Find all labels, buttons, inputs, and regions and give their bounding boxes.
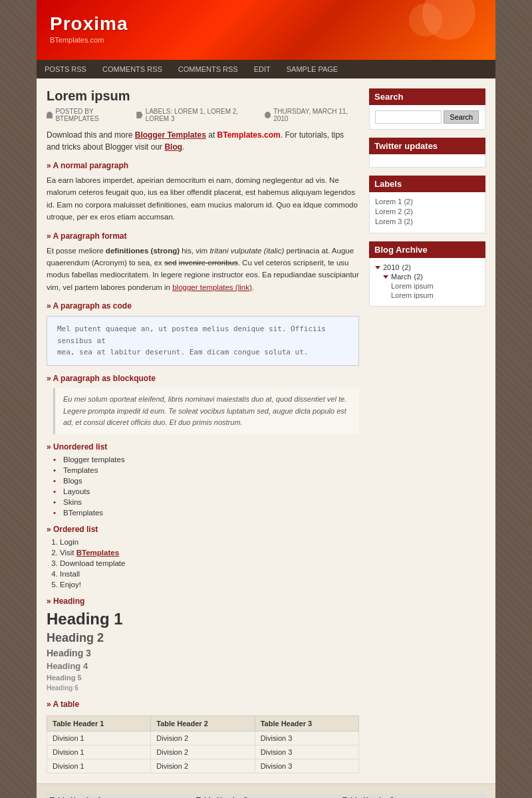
list-item: Enjoy!: [60, 581, 359, 589]
nav-comments-rss-1[interactable]: COMMENTS RSS: [94, 60, 170, 78]
nav-posts-rss[interactable]: POSTS RSS: [37, 60, 94, 78]
post-author: POSTED BY BTEMPLATES: [55, 108, 134, 122]
author-icon: [47, 112, 53, 118]
table-row: Division 1 Division 2 Division 3: [47, 731, 359, 745]
tag-icon: [136, 112, 142, 118]
blogger-templates-link[interactable]: Blogger Templates: [135, 130, 206, 140]
blog-link[interactable]: Blog: [164, 142, 182, 152]
section-paragraph-format-heading: » A paragraph format: [47, 231, 359, 241]
brand-name: BTemplates.com: [217, 130, 281, 140]
nav-sample-page[interactable]: SAMPLE PAGE: [279, 60, 346, 78]
heading-examples: Heading 1 Heading 2 Heading 3 Heading 4 …: [47, 610, 359, 692]
label-item: Lorem 1 (2): [375, 198, 479, 205]
site-subtitle: BTemplates.com: [50, 36, 482, 44]
labels-widget: Labels Lorem 1 (2) Lorem 2 (2) Lorem 3 (…: [369, 176, 485, 233]
btemplates-link[interactable]: BTemplates: [76, 549, 119, 557]
footer-table: Table Header 1 Table Header 2 Table Head…: [47, 794, 485, 798]
normal-paragraph-text: Ea earn labores imperdet, apeirian democ…: [47, 174, 359, 223]
example-h6: Heading 6: [47, 684, 359, 692]
section-ol-heading: » Ordered list: [47, 525, 359, 534]
unordered-list-section: Blogger templates Templates Blogs Layout…: [47, 456, 359, 517]
archive-post-link-2[interactable]: Lorem ipsum: [391, 291, 434, 299]
label-item: Lorem 3 (2): [375, 217, 479, 225]
ordered-list-section: Login Visit BTemplates Download template…: [47, 538, 359, 589]
section-heading-heading: » Heading: [47, 597, 359, 606]
archive-year-label: 2010: [383, 263, 399, 271]
archive-widget-body: 2010 (2) March (2) Lorem ipsum Lorem ips…: [369, 258, 485, 307]
table-cell: Division 3: [255, 745, 358, 759]
labels-widget-title: Labels: [369, 176, 485, 192]
table-header-3: Table Header 3: [255, 716, 358, 731]
archive-year-count: (2): [402, 263, 410, 271]
blockquote: Eu mei solum oporteat eleifend, libris n…: [53, 388, 359, 434]
data-table: Table Header 1 Table Header 2 Table Head…: [47, 716, 359, 773]
search-widget: Search Search: [369, 88, 485, 130]
paragraph-format-text: Et posse meliore definitiones (strong) h…: [47, 245, 359, 294]
nav-edit[interactable]: EDIT: [246, 60, 279, 78]
list-item: Download template: [60, 559, 359, 567]
table-cell: Division 2: [151, 759, 255, 773]
list-item: Visit BTemplates: [60, 549, 359, 557]
list-item: Install: [60, 570, 359, 578]
post-meta: POSTED BY BTEMPLATES LABELS: LOREM 1, LO…: [47, 108, 359, 122]
labels-widget-body: Lorem 1 (2) Lorem 2 (2) Lorem 3 (2): [369, 192, 485, 233]
table-cell: Division 3: [255, 731, 358, 745]
blogger-templates-link-2[interactable]: blogger templates (link): [172, 283, 252, 291]
search-widget-body: Search: [369, 105, 485, 130]
code-block: Mel putent quaeque an, ut postea melius …: [47, 316, 359, 366]
archive-year: 2010 (2): [375, 263, 479, 271]
section-normal-paragraph-heading: » A normal paragraph: [47, 161, 359, 170]
label-link-1[interactable]: Lorem 1 (2): [375, 198, 413, 205]
list-item: Layouts: [53, 487, 359, 495]
table-header-2: Table Header 2: [151, 716, 255, 731]
table-cell: Division 1: [47, 731, 151, 745]
table-cell: Division 1: [47, 745, 151, 759]
list-item: Blogs: [53, 477, 359, 485]
table-header-1: Table Header 1: [47, 716, 151, 731]
example-h4: Heading 4: [47, 661, 359, 671]
archive-month-label: March: [391, 273, 412, 281]
post-title: Lorem ipsum: [47, 88, 359, 104]
month-expand-icon: [383, 275, 388, 279]
site-header: Proxima BTemplates.com: [37, 0, 495, 60]
archive-widget: Blog Archive 2010 (2) March (2) Lorem ip…: [369, 241, 485, 307]
label-link-2[interactable]: Lorem 2 (2): [375, 207, 413, 215]
footer-header-3: Table Header 3: [339, 794, 485, 798]
label-item: Lorem 2 (2): [375, 207, 479, 215]
archive-post-link-1[interactable]: Lorem ipsum: [391, 282, 434, 290]
table-section: Table Header 1 Table Header 2 Table Head…: [47, 716, 359, 773]
section-table-heading: » A table: [47, 700, 359, 709]
navbar: POSTS RSS COMMENTS RSS COMMENTS RSS EDIT…: [37, 60, 495, 78]
list-item: Templates: [53, 466, 359, 474]
example-h3: Heading 3: [47, 648, 359, 658]
label-link-3[interactable]: Lorem 3 (2): [375, 217, 413, 225]
nav-comments-rss-2[interactable]: COMMENTS RSS: [170, 60, 246, 78]
table-row: Division 1 Division 2 Division 3: [47, 759, 359, 773]
post-labels: LABELS: LOREM 1, LOREM 2, LOREM 3: [146, 108, 262, 122]
list-item: Blogger templates: [53, 456, 359, 464]
section-code-heading: » A paragraph as code: [47, 301, 359, 311]
section-blockquote-heading: » A paragraph as blockquote: [47, 374, 359, 383]
table-row: Division 1 Division 2 Division 3: [47, 745, 359, 759]
twitter-widget-title: Twitter updates: [369, 138, 485, 154]
site-title: Proxima: [50, 13, 482, 35]
footer-header-2: Table Header 2: [193, 794, 339, 798]
twitter-widget-body: [369, 154, 485, 168]
example-h2: Heading 2: [47, 631, 359, 645]
main-content: Lorem ipsum POSTED BY BTEMPLATES LABELS:…: [47, 88, 359, 773]
search-button[interactable]: Search: [444, 110, 479, 124]
example-h1: Heading 1: [47, 610, 359, 628]
archive-post: Lorem ipsum: [391, 282, 479, 290]
archive-month-count: (2): [414, 273, 423, 281]
list-item: Login: [60, 538, 359, 546]
archive-month: March (2): [383, 273, 479, 281]
sidebar: Search Search Twitter updates Labels Lor…: [369, 88, 485, 773]
clock-icon: [265, 112, 271, 118]
footer: Table Header 1 Table Header 2 Table Head…: [37, 783, 495, 798]
content-wrapper: Lorem ipsum POSTED BY BTEMPLATES LABELS:…: [37, 78, 495, 783]
table-cell: Division 3: [255, 759, 358, 773]
footer-header-1: Table Header 1: [47, 794, 193, 798]
search-widget-title: Search: [369, 88, 485, 105]
list-item: BTemplates: [53, 509, 359, 517]
search-input[interactable]: [375, 110, 442, 124]
